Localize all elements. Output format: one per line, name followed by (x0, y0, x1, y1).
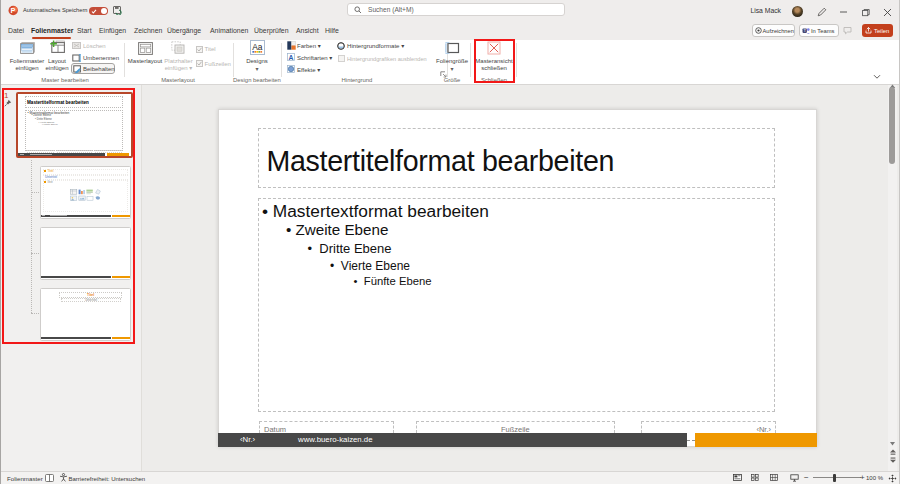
svg-text:T: T (803, 28, 806, 33)
svg-text:Aa: Aa (252, 41, 263, 51)
svg-text:A: A (288, 53, 293, 60)
svg-text:P: P (11, 6, 16, 15)
